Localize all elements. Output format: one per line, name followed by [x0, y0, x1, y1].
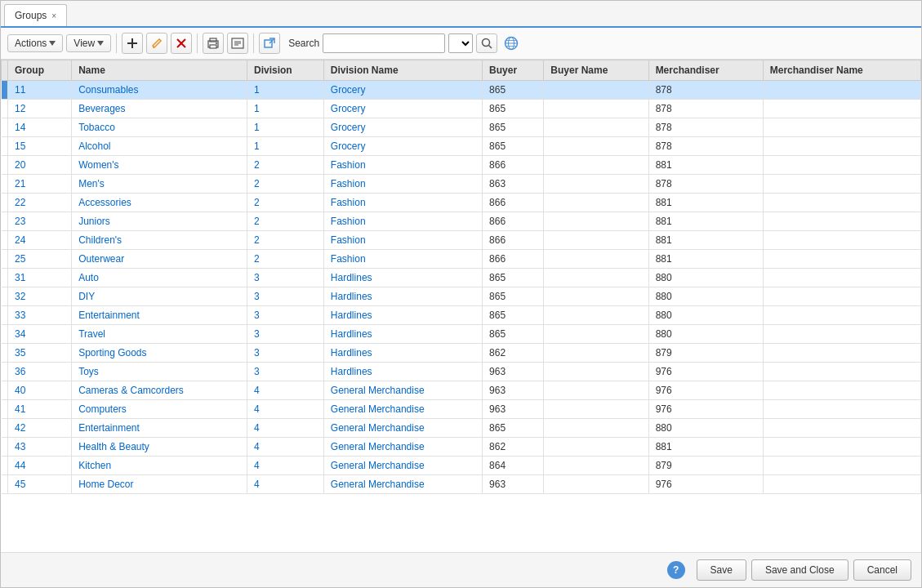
cell-group: 35	[8, 344, 72, 363]
cell-buyer-name	[544, 250, 648, 269]
table-row[interactable]: 44Kitchen4General Merchandise864879	[2, 457, 921, 475]
table-row[interactable]: 33Entertainment3Hardlines865880	[2, 306, 921, 325]
help-button[interactable]: ?	[667, 561, 685, 579]
cell-group: 12	[8, 100, 72, 118]
cell-division: 3	[247, 287, 323, 306]
table-row[interactable]: 12Beverages1Grocery865878	[2, 100, 921, 118]
col-division-name[interactable]: Division Name	[323, 60, 482, 81]
toolbar: Actions View	[1, 28, 921, 60]
search-dropdown[interactable]	[448, 33, 473, 53]
cell-merchandiser-name	[763, 475, 920, 494]
table-row[interactable]: 45Home Decor4General Merchandise963976	[2, 475, 921, 494]
cell-group: 20	[8, 156, 72, 175]
cell-buyer: 865	[483, 81, 544, 100]
table-row[interactable]: 23Juniors2Fashion866881	[2, 212, 921, 231]
cell-division: 4	[247, 475, 323, 494]
table-row[interactable]: 40Cameras & Camcorders4General Merchandi…	[2, 381, 921, 400]
cell-group: 34	[8, 325, 72, 344]
table-row[interactable]: 43Health & Beauty4General Merchandise862…	[2, 438, 921, 457]
col-division[interactable]: Division	[247, 60, 323, 81]
cell-group: 23	[8, 212, 72, 231]
cell-buyer-name	[544, 175, 648, 194]
cancel-button[interactable]: Cancel	[853, 559, 911, 581]
col-buyer[interactable]: Buyer	[483, 60, 544, 81]
cell-buyer: 865	[483, 325, 544, 344]
row-indicator	[2, 100, 8, 118]
cell-division-name: General Merchandise	[323, 438, 482, 457]
table-row[interactable]: 35Sporting Goods3Hardlines862879	[2, 344, 921, 363]
cell-buyer-name	[544, 287, 648, 306]
cell-merchandiser: 878	[648, 100, 763, 118]
table-row[interactable]: 32DIY3Hardlines865880	[2, 287, 921, 306]
table-row[interactable]: 36Toys3Hardlines963976	[2, 363, 921, 381]
print-icon	[207, 38, 220, 49]
edit-button[interactable]	[146, 33, 167, 54]
cell-buyer-name	[544, 231, 648, 250]
save-close-button[interactable]: Save and Close	[751, 559, 849, 581]
delete-button[interactable]	[171, 33, 192, 54]
cell-group: 42	[8, 419, 72, 438]
cell-merchandiser-name	[763, 400, 920, 419]
row-indicator	[2, 363, 8, 381]
cell-buyer-name	[544, 419, 648, 438]
col-group[interactable]: Group	[8, 60, 72, 81]
detach-icon-button[interactable]	[259, 33, 280, 54]
edit-icon	[151, 38, 163, 49]
table-row[interactable]: 31Auto3Hardlines865880	[2, 269, 921, 287]
cell-division-name: Hardlines	[323, 269, 482, 287]
col-name[interactable]: Name	[72, 60, 247, 81]
actions-button[interactable]: Actions	[7, 34, 63, 52]
table-row[interactable]: 25Outerwear2Fashion866881	[2, 250, 921, 269]
tab-groups[interactable]: Groups ×	[4, 4, 67, 26]
table-row[interactable]: 21Men's2Fashion863878	[2, 175, 921, 194]
cell-merchandiser-name	[763, 175, 920, 194]
view-button[interactable]: View	[66, 34, 111, 52]
cell-merchandiser-name	[763, 325, 920, 344]
table-row[interactable]: 22Accessories2Fashion866881	[2, 194, 921, 212]
save-button[interactable]: Save	[697, 559, 746, 581]
actions-label: Actions	[15, 38, 47, 49]
cell-name: Beverages	[72, 100, 247, 118]
cell-buyer: 963	[483, 363, 544, 381]
footer: ? Save Save and Close Cancel	[1, 552, 921, 587]
cell-division-name: Grocery	[323, 81, 482, 100]
table-row[interactable]: 11Consumables1Grocery865878	[2, 81, 921, 100]
cell-division-name: Fashion	[323, 194, 482, 212]
cell-merchandiser: 878	[648, 137, 763, 156]
svg-point-17	[483, 39, 490, 47]
cell-name: Entertainment	[72, 419, 247, 438]
table-row[interactable]: 24Children's2Fashion866881	[2, 231, 921, 250]
export-button[interactable]	[227, 33, 248, 54]
cell-group: 41	[8, 400, 72, 419]
cell-merchandiser: 881	[648, 212, 763, 231]
search-go-button[interactable]	[476, 33, 497, 53]
row-indicator	[2, 81, 8, 100]
cell-merchandiser-name	[763, 419, 920, 438]
cell-division-name: General Merchandise	[323, 475, 482, 494]
table-row[interactable]: 34Travel3Hardlines865880	[2, 325, 921, 344]
cell-name: Kitchen	[72, 457, 247, 475]
table-row[interactable]: 20Women's2Fashion866881	[2, 156, 921, 175]
cell-buyer: 862	[483, 344, 544, 363]
cell-buyer: 862	[483, 438, 544, 457]
col-merchandiser[interactable]: Merchandiser	[648, 60, 763, 81]
cell-buyer: 864	[483, 457, 544, 475]
table-header-row: Group Name Division Division Name Buyer …	[2, 60, 921, 81]
col-buyer-name[interactable]: Buyer Name	[544, 60, 648, 81]
table-row[interactable]: 42Entertainment4General Merchandise86588…	[2, 419, 921, 438]
globe-button[interactable]	[501, 33, 522, 53]
search-input[interactable]	[323, 33, 445, 53]
cell-group: 31	[8, 269, 72, 287]
print-button[interactable]	[203, 33, 224, 54]
cell-name: Juniors	[72, 212, 247, 231]
col-merchandiser-name[interactable]: Merchandiser Name	[763, 60, 920, 81]
table-row[interactable]: 15Alcohol1Grocery865878	[2, 137, 921, 156]
add-button[interactable]	[122, 33, 143, 54]
table-row[interactable]: 41Computers4General Merchandise963976	[2, 400, 921, 419]
cell-division-name: Grocery	[323, 137, 482, 156]
cell-merchandiser-name	[763, 269, 920, 287]
table-row[interactable]: 14Tobacco1Grocery865878	[2, 118, 921, 137]
tab-close-icon[interactable]: ×	[51, 11, 56, 20]
cell-merchandiser: 976	[648, 381, 763, 400]
cell-buyer-name	[544, 306, 648, 325]
